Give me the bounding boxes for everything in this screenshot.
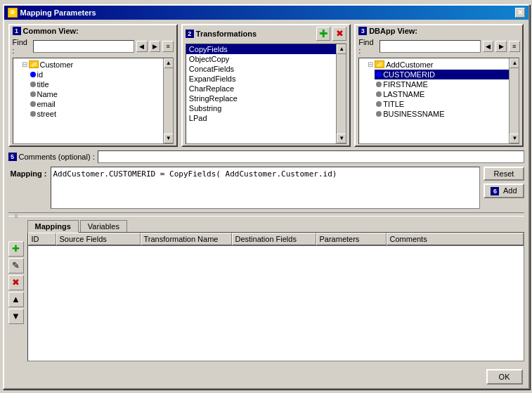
tree-item-customerid[interactable]: CUSTOMERID	[375, 70, 517, 79]
add-transformation-button[interactable]: ✚	[316, 27, 330, 41]
mapping-label: Mapping :	[8, 167, 47, 209]
table-header: ID Source Fields Transformation Name Des…	[28, 233, 524, 246]
find-label-1: Find :	[13, 38, 32, 55]
close-button[interactable]: ✕	[515, 8, 525, 18]
tree-item-name[interactable]: Name	[29, 89, 171, 99]
col-header-dest: Destination Fields	[232, 233, 316, 245]
tree-item-firstname[interactable]: FIRSTNAME	[375, 79, 517, 89]
mapping-parameters-window: ⚙ Mapping Parameters ✕ 1 Common View: Fi…	[3, 4, 530, 389]
table-body	[28, 246, 524, 361]
col-header-params: Parameters	[316, 233, 387, 245]
main-content: 1 Common View: Find : ◀ ▶ ≡ ⊟ 📁 Cust	[4, 20, 528, 366]
bullet-gray-icon	[30, 91, 36, 97]
panel-num-1: 1	[13, 27, 21, 35]
mappings-table: ID Source Fields Transformation Name Des…	[27, 232, 524, 361]
title-bar-content: ⚙ Mapping Parameters	[8, 8, 96, 18]
ok-button[interactable]: OK	[486, 369, 523, 385]
bullet-gray-icon	[30, 82, 36, 87]
col-header-id: ID	[28, 233, 56, 245]
common-view-label: 1 Common View:	[10, 25, 176, 37]
dbapp-view-label: 3 DBApp View:	[356, 25, 522, 37]
comments-input[interactable]	[98, 150, 524, 163]
tree-root-customer[interactable]: ⊟ 📁 Customer	[20, 60, 171, 70]
list-item-expandfields[interactable]: ExpandFields	[186, 74, 346, 84]
find-all-icon-3[interactable]: ≡	[509, 41, 520, 52]
panel-num-2: 2	[186, 30, 194, 38]
dbapp-view-panel: 3 DBApp View: Find : ◀ ▶ ≡ ⊟ 📁 AddCu	[354, 24, 524, 147]
panel-num-5: 5	[8, 153, 17, 161]
title-bar: ⚙ Mapping Parameters ✕	[4, 6, 528, 20]
list-scroll-up[interactable]: ▲	[337, 44, 346, 54]
scroll-down-btn[interactable]: ▼	[164, 134, 174, 143]
tree-item-id[interactable]: id	[29, 70, 171, 79]
list-item-substring[interactable]: Substring	[186, 103, 346, 113]
find-next-icon-1[interactable]: ▶	[150, 41, 161, 52]
list-item-concatfields[interactable]: ConcatFields	[186, 64, 346, 74]
divider-grip-icon: ⠿	[14, 214, 18, 220]
tree-scrollbar-1[interactable]: ▲ ▼	[163, 58, 173, 143]
trans-label: 2 Transformations	[183, 28, 259, 39]
tree-item-title[interactable]: TITLE	[375, 99, 517, 109]
bullet-icon	[376, 82, 382, 87]
mapping-textarea[interactable]: AddCustomer.CUSTOMERID = CopyFields( Add…	[51, 167, 481, 209]
dbapp-find-row: Find : ◀ ▶ ≡	[356, 37, 522, 56]
ok-bar: OK	[4, 366, 528, 388]
transformations-list[interactable]: CopyFields ObjectCopy ConcatFields Expan…	[186, 44, 346, 144]
col-header-transform: Transformation Name	[141, 233, 232, 245]
list-item-objectcopy[interactable]: ObjectCopy	[186, 54, 346, 64]
list-scroll-track	[337, 54, 346, 134]
edit-row-button[interactable]: ✎	[8, 258, 24, 273]
add-num: 6	[491, 187, 499, 195]
dbapp-scroll-down[interactable]: ▼	[510, 134, 519, 143]
add-button[interactable]: 6 Add	[484, 183, 524, 198]
dbapp-scroll-track	[510, 68, 519, 134]
trans-title-row: 2 Transformations ✚ ✖	[183, 25, 349, 42]
tree-item-street[interactable]: street	[29, 109, 171, 119]
window-icon: ⚙	[8, 8, 18, 18]
list-item-copyfields[interactable]: CopyFields	[186, 44, 346, 54]
find-all-icon-1[interactable]: ≡	[162, 41, 174, 52]
comments-label: 5 Comments (optional) :	[8, 153, 95, 161]
tree-item-title[interactable]: title	[29, 79, 171, 89]
tab-variables[interactable]: Variables	[80, 220, 127, 232]
dbapp-scrollbar[interactable]: ▲ ▼	[509, 58, 519, 143]
reset-button[interactable]: Reset	[484, 167, 524, 181]
scroll-track	[164, 68, 173, 134]
tree-item-email[interactable]: email	[29, 99, 171, 109]
bullet-icon	[376, 111, 382, 117]
list-item-stringreplace[interactable]: StringReplace	[186, 94, 346, 103]
col-header-source: Source Fields	[56, 233, 141, 245]
trans-toolbar: ✚ ✖	[313, 25, 349, 42]
find-input-1[interactable]	[33, 40, 134, 53]
tree-root-addcustomer[interactable]: ⊟ 📁 AddCustomer	[366, 60, 517, 70]
tree-item-businessname[interactable]: BUSINESSNAME	[375, 109, 517, 119]
resize-divider[interactable]: ⠿	[8, 212, 524, 217]
tree-item-lastname[interactable]: LASTNAME	[375, 89, 517, 99]
bottom-right: Mappings Variables ID Source Fields Tran…	[27, 220, 524, 361]
list-scroll-down[interactable]: ▼	[337, 134, 346, 143]
folder-icon: 📁	[29, 60, 39, 68]
dbapp-tree[interactable]: ⊟ 📁 AddCustomer CUSTOMERID FIRSTNAME	[358, 58, 519, 144]
list-item-charreplace[interactable]: CharReplace	[186, 84, 346, 94]
move-down-button[interactable]: ▼	[8, 309, 24, 324]
scroll-up-btn[interactable]: ▲	[164, 58, 174, 68]
transformations-panel: 2 Transformations ✚ ✖ CopyFields ObjectC…	[181, 24, 351, 147]
delete-transformation-button[interactable]: ✖	[332, 27, 346, 41]
list-item-lpad[interactable]: LPad	[186, 113, 346, 123]
find-prev-icon-3[interactable]: ◀	[483, 41, 494, 52]
find-next-icon-3[interactable]: ▶	[495, 41, 507, 52]
move-up-button[interactable]: ▲	[8, 292, 24, 307]
common-view-tree[interactable]: ⊟ 📁 Customer id title	[13, 58, 174, 144]
side-toolbar: ✚ ✎ ✖ ▲ ▼	[8, 220, 24, 361]
delete-row-button[interactable]: ✖	[8, 275, 24, 290]
add-row-button[interactable]: ✚	[8, 241, 24, 257]
dbapp-scroll-up[interactable]: ▲	[510, 58, 519, 68]
window-title: Mapping Parameters	[20, 8, 96, 17]
folder-icon-db: 📁	[375, 60, 384, 68]
find-input-3[interactable]	[379, 40, 481, 53]
tab-mappings[interactable]: Mappings	[27, 220, 79, 233]
list-scrollbar[interactable]: ▲ ▼	[336, 44, 346, 143]
bullet-gray-icon	[30, 101, 36, 107]
common-view-find-row: Find : ◀ ▶ ≡	[10, 37, 176, 56]
find-prev-icon-1[interactable]: ◀	[136, 41, 148, 52]
